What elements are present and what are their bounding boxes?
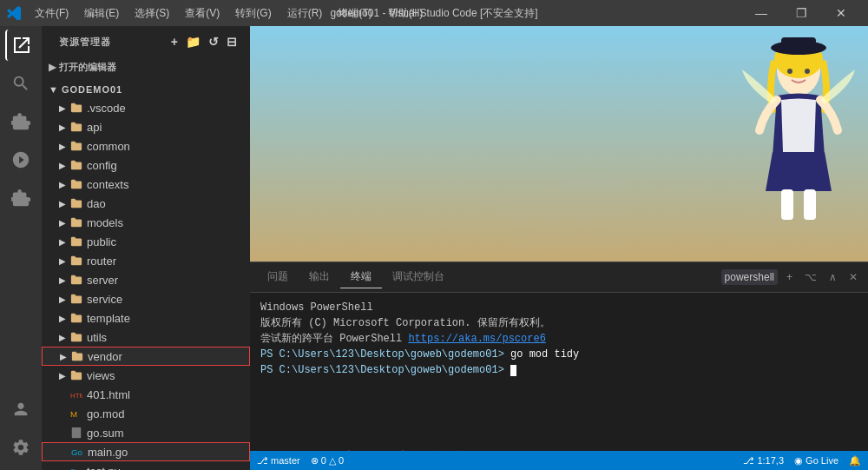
tree-file-icon [69,215,83,229]
tree-item-label: contexts [87,178,128,191]
file-tree: ▶.vscode▶api▶common▶config▶contexts▶dao▶… [42,98,250,470]
line-col-status[interactable]: ⎇ 1:17,3 [743,455,784,467]
terminal-line: 尝试新的跨平台 PowerShell https://aka.ms/pscore… [260,331,858,347]
tree-arrow-icon: ▶ [56,103,69,113]
tree-file-icon [69,311,83,325]
tree-item-api[interactable]: ▶api [42,117,250,136]
svg-rect-19 [804,189,816,220]
terminal-cursor [510,365,516,376]
terminal-split-icon[interactable]: ⌥ [801,269,820,285]
tree-file-icon [69,235,83,248]
close-button[interactable]: ✕ [821,0,861,26]
tab-debug-console[interactable]: 调试控制台 [382,266,455,288]
tree-item-gomod[interactable]: Mgo.mod [42,404,250,423]
tab-problems[interactable]: 问题 [257,266,299,288]
tree-item-testpy[interactable]: Pytest.py [42,461,250,470]
svg-rect-15 [781,37,816,50]
content-area: 问题 输出 终端 调试控制台 powershell + ⌥ ∧ ✕ Window… [250,26,868,470]
tree-item-vendor[interactable]: ▶vendor [42,347,250,366]
statusbar-right: ⎇ 1:17,3 ◉ Go Live 🔔 [743,455,861,467]
debug-icon[interactable] [5,144,36,175]
tree-item-views[interactable]: ▶views [42,366,250,385]
terminal-chevron-icon[interactable]: ∧ [825,269,840,285]
tree-item-common[interactable]: ▶common [42,136,250,156]
new-file-icon[interactable]: + [169,33,181,50]
open-editors-arrow: ▶ [49,62,56,73]
settings-icon[interactable] [5,432,36,463]
menu-item-选择[interactable]: 选择(S) [128,4,176,23]
tree-item-label: common [87,140,130,153]
menu-item-编辑[interactable]: 编辑(E) [77,4,126,23]
svg-rect-2 [72,427,82,438]
tree-item-gosum[interactable]: go.sum [42,423,250,442]
menu-item-运行[interactable]: 运行(R) [280,4,330,23]
tree-file-icon [69,330,83,344]
tree-item-label: views [87,369,115,382]
tree-item-template[interactable]: ▶template [42,308,250,328]
tree-file-icon [69,292,83,306]
svg-text:Go: Go [71,447,82,457]
tree-item-contexts[interactable]: ▶contexts [42,175,250,194]
vscode-logo-icon [7,6,21,20]
tree-file-icon: HTML [69,387,83,401]
menu-item-查看[interactable]: 查看(V) [178,4,227,23]
tree-item-utils[interactable]: ▶utils [42,328,250,347]
tree-item-label: config [87,159,117,172]
open-editors-header[interactable]: ▶ 打开的编辑器 [42,57,250,77]
collapse-icon[interactable]: ⊟ [225,33,240,50]
tab-output[interactable]: 输出 [299,266,340,288]
terminal-add-icon[interactable]: + [783,269,796,285]
tree-item-server[interactable]: ▶server [42,270,250,289]
activity-bar [0,26,42,470]
tree-file-icon [69,196,83,210]
accounts-icon[interactable] [5,394,36,425]
svg-text:M: M [70,409,77,419]
tree-arrow-icon: ▶ [56,333,69,342]
explorer-icon[interactable] [5,30,36,61]
menu-item-转到[interactable]: 转到(G) [228,4,278,23]
root-folder-header[interactable]: ▼ GODEMO01 [42,81,250,98]
error-count[interactable]: ⊗ 0 △ 0 [311,455,344,467]
tree-item-models[interactable]: ▶models [42,213,250,232]
main-area: 资源管理器 + 📁 ↺ ⊟ ▶ 打开的编辑器 ▼ GODEMO01 ▶.vsco… [0,26,868,470]
root-folder-arrow: ▼ [49,84,58,95]
minimize-button[interactable]: — [741,0,781,26]
tree-item-dao[interactable]: ▶dao [42,194,250,213]
tree-item-label: utils [87,331,107,344]
tree-file-icon [69,101,83,115]
tree-item-public[interactable]: ▶public [42,232,250,251]
maximize-button[interactable]: ❐ [781,0,821,26]
tree-item-service[interactable]: ▶service [42,289,250,308]
git-icon[interactable] [5,106,36,137]
terminal-close-icon[interactable]: ✕ [845,269,861,285]
extensions-icon[interactable] [5,182,36,214]
terminal-content[interactable]: Windows PowerShell版权所有 (C) Microsoft Cor… [250,293,868,436]
tree-item-label: go.mod [87,407,124,420]
git-branch-status[interactable]: ⎇ master [257,455,300,467]
tree-arrow-icon: ▶ [56,371,69,381]
tree-item-maingo[interactable]: Gomain.go [42,442,250,461]
root-folder-label: GODEMO01 [62,84,122,95]
new-folder-icon[interactable]: 📁 [184,33,203,50]
svg-point-17 [805,69,810,74]
tree-item-vscode[interactable]: ▶.vscode [42,98,250,117]
tree-item-router[interactable]: ▶router [42,251,250,270]
refresh-icon[interactable]: ↺ [207,33,221,50]
tree-file-icon [69,158,83,172]
tree-item-401html[interactable]: HTML401.html [42,385,250,404]
notification-icon[interactable]: 🔔 [849,455,861,467]
tree-item-label: vendor [88,350,122,363]
terminal-url[interactable]: https://aka.ms/pscore6 [408,333,545,345]
search-icon[interactable] [5,68,36,99]
terminal-area: 问题 输出 终端 调试控制台 powershell + ⌥ ∧ ✕ Window… [250,261,868,435]
powershell-label[interactable]: powershell [721,269,778,285]
open-editors-label: 打开的编辑器 [59,61,116,74]
menu-item-文件[interactable]: 文件(F) [28,4,76,23]
tree-item-config[interactable]: ▶config [42,156,250,175]
go-live-status[interactable]: ◉ Go Live [794,455,838,467]
terminal-line: PS C:\Users\123\Desktop\goweb\godemo01> … [260,347,858,362]
tree-item-label: main.go [88,446,128,459]
tab-terminal[interactable]: 终端 [340,266,382,288]
tree-file-icon: M [69,407,83,420]
terminal-line: 版权所有 (C) Microsoft Corporation. 保留所有权利。 [260,315,858,331]
